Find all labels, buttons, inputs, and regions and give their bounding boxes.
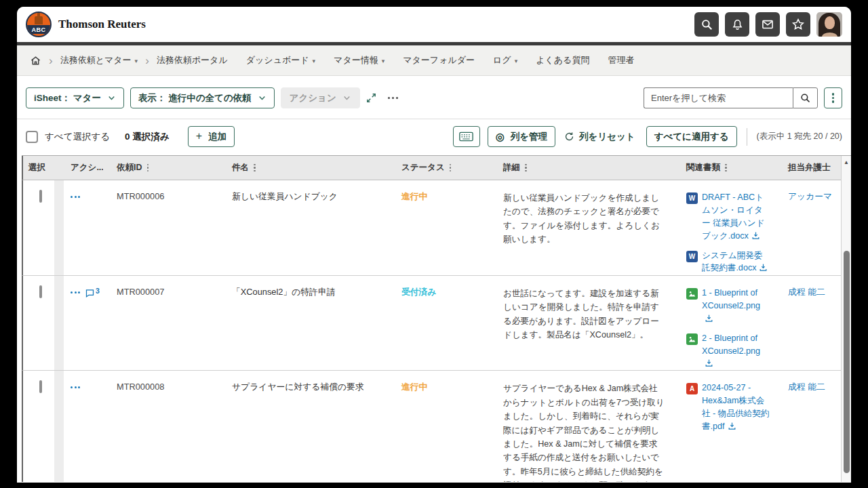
request-id: MTR000006 xyxy=(103,180,218,275)
home-icon[interactable] xyxy=(30,55,41,66)
request-id: MTR000007 xyxy=(103,276,218,370)
document-link[interactable]: 1 - Blueprint of XCounsel2.png xyxy=(702,288,760,310)
favorites-button[interactable] xyxy=(786,12,810,37)
column-header-action: アクシ... xyxy=(64,162,103,174)
selected-count: 0 選択済み xyxy=(125,131,170,143)
nav-item-legal-request-portal[interactable]: 法務依頼ポータル xyxy=(157,54,228,66)
column-header-select: 選択 xyxy=(23,162,54,174)
actions-button[interactable]: アクション xyxy=(281,87,360,108)
row-actions-icon[interactable] xyxy=(71,196,80,198)
comments-button[interactable]: 3 xyxy=(85,288,100,298)
matters-table: 選択 アクシ... 依頼ID 件名 ステータス 詳細 xyxy=(22,155,851,482)
column-menu-icon[interactable] xyxy=(254,164,256,172)
table-row: MTR000006 新しい従業員ハンドブック 進行中 新しい従業員ハンドブックを… xyxy=(22,180,841,276)
attorney-link[interactable]: 成程 能二 xyxy=(788,382,825,392)
download-icon[interactable] xyxy=(705,314,713,323)
document-link[interactable]: 2 - Blueprint of XCounsel2.png xyxy=(702,333,760,356)
table-scrollbar: ▲ xyxy=(841,156,851,482)
download-icon[interactable] xyxy=(705,359,713,367)
status-badge: 受付済み xyxy=(388,276,490,370)
column-menu-icon[interactable] xyxy=(450,164,452,172)
more-options-icon[interactable] xyxy=(388,97,398,99)
view-toolbar: iSheet： マター 表示： 進行中の全ての依頼 アクション xyxy=(17,76,851,119)
star-icon xyxy=(791,18,805,31)
add-button[interactable]: + 追加 xyxy=(188,126,235,147)
download-icon[interactable] xyxy=(759,263,768,272)
document-link[interactable]: システム開発委託契約書.docx xyxy=(702,251,762,273)
detail-text: 新しい従業員ハンドブックを作成しましたので、法務のチェックと署名が必要です。ファ… xyxy=(490,180,673,275)
app-header: ABC Thomson Reuters xyxy=(17,7,851,42)
word-doc-icon: W xyxy=(686,251,698,262)
request-id: MTR000008 xyxy=(103,371,218,482)
nav-item-log[interactable]: ログ ▾ xyxy=(493,54,517,66)
select-all-label: すべて選択する xyxy=(45,131,110,143)
word-doc-icon: W xyxy=(686,192,698,204)
column-menu-icon[interactable] xyxy=(147,164,149,172)
table-row: 3 MTR000007 「XCounsel2」の特許申請 受付済み お世話になっ… xyxy=(22,276,841,371)
caret-down-icon: ▾ xyxy=(313,58,316,64)
column-header-request-id: 依頼ID xyxy=(103,162,218,174)
breadcrumb-chevron-icon: › xyxy=(145,55,149,66)
column-menu-icon[interactable] xyxy=(525,164,527,172)
row-checkbox[interactable] xyxy=(39,190,42,203)
row-checkbox[interactable] xyxy=(39,380,42,393)
nav-item-dashboard[interactable]: ダッシュボード ▾ xyxy=(246,54,315,66)
keyboard-shortcuts-button[interactable] xyxy=(453,126,480,147)
scrollbar-up-arrow[interactable]: ▲ xyxy=(842,156,851,168)
row-actions-icon[interactable] xyxy=(71,386,80,388)
notifications-button[interactable] xyxy=(725,12,749,37)
column-menu-icon[interactable] xyxy=(725,164,727,172)
pdf-icon: A xyxy=(686,383,698,394)
apply-to-all-button[interactable]: すべてに適用する xyxy=(646,126,737,147)
search-options-button[interactable] xyxy=(824,87,842,108)
messages-button[interactable] xyxy=(755,12,780,37)
frozen-column-gutter xyxy=(54,371,64,482)
fullscreen-button[interactable] xyxy=(366,92,377,104)
scrollbar-thumb[interactable] xyxy=(844,251,850,473)
document-item: W DRAFT - ABCトムソン・ロイター 従業員ハンドブック.docx xyxy=(686,191,770,243)
reset-columns-button[interactable]: 列をリセット xyxy=(564,131,635,143)
isheet-selector-button[interactable]: iSheet： マター xyxy=(26,87,124,108)
download-icon[interactable] xyxy=(728,422,736,430)
chevron-down-icon xyxy=(342,94,351,102)
status-badge: 進行中 xyxy=(388,180,490,275)
column-header-attorney: 担当弁護士 xyxy=(774,162,842,174)
search-submit-button[interactable] xyxy=(793,87,818,108)
divider xyxy=(747,128,747,146)
nav-item-admin[interactable]: 管理者 xyxy=(608,54,634,66)
status-badge: 進行中 xyxy=(388,371,490,482)
header-actions xyxy=(694,12,842,37)
row-actions-icon[interactable] xyxy=(71,291,80,293)
attorney-link[interactable]: 成程 能二 xyxy=(788,287,825,297)
document-item: W システム開発委託契約書.docx xyxy=(686,249,770,275)
nav-item-legal-requests-matters[interactable]: 法務依頼とマター ▾ xyxy=(60,54,138,66)
app-window: ABC Thomson Reuters xyxy=(17,7,851,483)
thomson-reuters-logo-icon: ABC xyxy=(26,12,52,37)
row-checkbox[interactable] xyxy=(39,285,42,298)
download-icon[interactable] xyxy=(751,231,760,240)
search-icon xyxy=(701,18,713,31)
nav-item-matter-info[interactable]: マター情報 ▾ xyxy=(334,54,384,66)
attorney-link[interactable]: アッカーマ xyxy=(788,191,832,201)
manage-columns-button[interactable]: ◎ 列を管理 xyxy=(488,126,555,147)
column-header-status: ステータス xyxy=(388,162,490,174)
search-area xyxy=(644,87,842,108)
select-all-checkbox[interactable] xyxy=(26,131,38,143)
document-item: 1 - Blueprint of XCounsel2.png xyxy=(686,287,770,325)
nav-item-matter-folder[interactable]: マターフォルダー xyxy=(403,54,475,66)
search-input[interactable] xyxy=(644,87,793,108)
column-tools: ◎ 列を管理 列をリセット すべてに適用する (表示中 1 宛先 20 / 20… xyxy=(453,126,842,147)
image-file-icon xyxy=(686,288,698,300)
caret-down-icon: ▾ xyxy=(382,58,385,64)
expand-icon xyxy=(366,92,377,104)
user-avatar[interactable] xyxy=(816,12,842,37)
main-navigation: › 法務依頼とマター ▾ › 法務依頼ポータル ダッシュボード ▾ マター情報 … xyxy=(17,45,851,76)
refresh-icon xyxy=(564,131,574,142)
detail-text: サプライヤーであるHex & Jam株式会社からナットとボルトの出荷を7つ受け取… xyxy=(490,371,673,482)
nav-item-faq[interactable]: よくある質問 xyxy=(536,54,589,66)
header-search-button[interactable] xyxy=(694,12,719,37)
keyboard-icon xyxy=(459,131,473,142)
view-selector-button[interactable]: 表示： 進行中の全ての依頼 xyxy=(130,87,275,108)
bell-icon xyxy=(731,18,744,31)
column-header-subject: 件名 xyxy=(218,162,388,174)
